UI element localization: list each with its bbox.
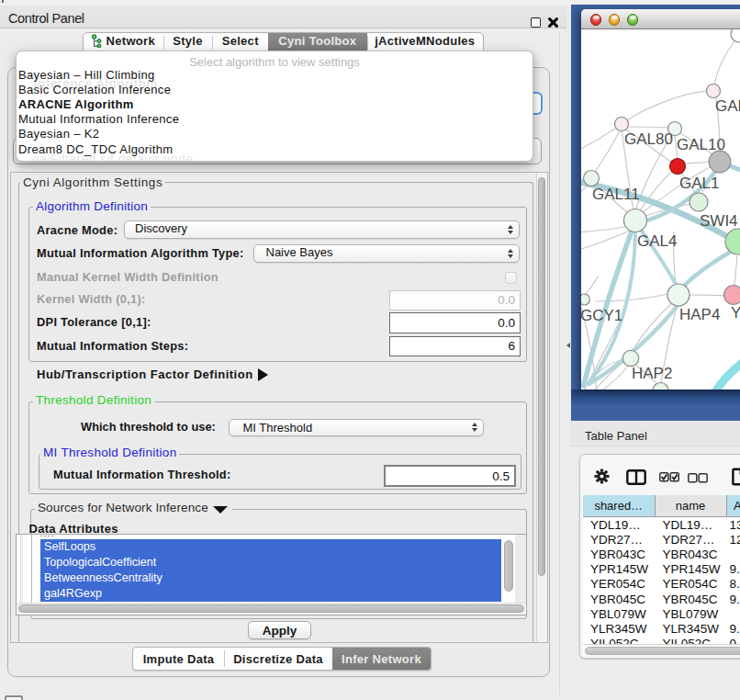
zoom-traffic-light-icon[interactable] — [627, 14, 639, 26]
table-cell[interactable]: YBR045C — [656, 593, 727, 607]
table-cell[interactable]: YIL052C — [656, 637, 727, 644]
table-cell[interactable]: YBR043C — [583, 548, 656, 562]
tab-select[interactable]: Select — [212, 33, 268, 52]
manual-kernel-checkbox[interactable] — [505, 272, 517, 284]
attribute-item[interactable]: SelfLoops — [44, 539, 95, 555]
which-threshold-combo[interactable]: MI Threshold — [229, 419, 484, 437]
apply-button[interactable]: Apply — [248, 621, 311, 639]
tab-jactivemnodules[interactable]: jActiveMNodules — [367, 33, 483, 52]
network-node-gcy1[interactable] — [581, 294, 590, 305]
popup-item[interactable]: ARACNE Algorithm — [18, 97, 134, 112]
network-edge[interactable] — [685, 162, 711, 164]
gear-icon[interactable] — [594, 469, 610, 484]
network-edge[interactable] — [628, 127, 668, 128]
close-icon[interactable] — [548, 17, 558, 28]
column-header-name[interactable]: name — [656, 495, 727, 517]
network-edge[interactable] — [595, 130, 620, 172]
network-edge[interactable] — [633, 303, 672, 350]
table-cell[interactable]: 9. — [727, 593, 740, 607]
network-edge[interactable] — [581, 129, 615, 156]
table-cell[interactable]: 9. — [727, 622, 740, 637]
unchecked-boxes-icon[interactable] — [688, 473, 708, 483]
document-icon[interactable] — [731, 468, 740, 486]
network-node[interactable] — [731, 29, 740, 42]
network-edge[interactable] — [714, 41, 734, 85]
network-edge[interactable] — [584, 276, 599, 297]
network-node[interactable] — [709, 151, 731, 173]
network-edge[interactable] — [581, 186, 588, 202]
table-cell[interactable]: 9. — [727, 562, 740, 577]
table-hscrollbar-track[interactable] — [583, 644, 740, 655]
table-cell[interactable]: YBL079W — [583, 607, 656, 622]
tab-network[interactable]: Network — [84, 33, 163, 52]
table-cell[interactable]: YER054C — [656, 577, 727, 592]
attributes-vscrollbar-thumb[interactable] — [504, 540, 513, 592]
bottom-tab-impute-data[interactable]: Impute Data — [133, 648, 224, 670]
bottom-tab-discretize-data[interactable]: Discretize Data — [224, 648, 332, 670]
network-node-gal1[interactable] — [670, 159, 686, 175]
attributes-hscrollbar-thumb[interactable] — [18, 604, 524, 613]
mi-type-combo[interactable]: Naive Bayes — [253, 244, 520, 263]
table-cell[interactable]: 0. — [727, 637, 740, 644]
network-edge[interactable] — [690, 295, 726, 296]
table-cell[interactable]: YER054C — [583, 577, 656, 592]
split-divider[interactable] — [559, 33, 560, 694]
popup-item[interactable]: Basic Correlation Inference — [18, 83, 171, 97]
sources-collapse-arrow-icon[interactable] — [213, 506, 228, 514]
network-node-gal4[interactable] — [624, 209, 647, 232]
table-cell[interactable]: 8. — [727, 577, 740, 592]
table-cell[interactable]: YPR145W — [583, 562, 656, 577]
network-node-swi4[interactable] — [690, 193, 708, 211]
column-header-third[interactable]: A — [727, 495, 740, 517]
network-canvas[interactable]: GALGAL80GAL10GAL1GAL11SWI4GAL4GCY1HAP4YH… — [581, 29, 740, 390]
table-cell[interactable]: YDL19… — [656, 518, 727, 533]
attribute-item[interactable]: TopologicalCoefficient — [44, 555, 156, 570]
hub-definition-label[interactable]: Hub/Transcription Factor Definition — [37, 367, 253, 381]
table-rows[interactable]: YDL19…YDL19…13.YDR27…YDR27…12.YBR043CYBR… — [583, 517, 740, 645]
network-node-hap4[interactable] — [667, 284, 690, 306]
attribute-item[interactable]: BetweennessCentrality — [44, 570, 163, 586]
bottom-left-button[interactable] — [5, 695, 23, 700]
network-node[interactable] — [653, 383, 668, 390]
sources-group-title[interactable]: Sources for Network Inference — [35, 501, 232, 514]
close-traffic-light-icon[interactable] — [590, 14, 602, 26]
popup-item[interactable]: Dream8 DC_TDC Algorithm — [18, 142, 173, 157]
network-edge-weighted[interactable] — [715, 360, 740, 390]
mi-threshold-field[interactable]: 0.5 — [384, 465, 516, 487]
table-cell[interactable]: YIL052C — [583, 637, 656, 644]
bottom-tab-infer-network[interactable]: Infer Network — [332, 648, 431, 670]
columns-icon[interactable] — [626, 469, 646, 485]
float-window-icon[interactable] — [531, 17, 541, 28]
divider-collapse-icon[interactable] — [566, 343, 570, 348]
table-cell[interactable]: YBR043C — [656, 548, 727, 562]
popup-item[interactable]: Bayesian – K2 — [18, 127, 99, 141]
network-node-gal80[interactable] — [615, 118, 629, 131]
mi-steps-field[interactable]: 6 — [389, 336, 521, 357]
popup-item[interactable]: Bayesian – Hill Climbing — [18, 68, 155, 83]
checked-boxes-icon[interactable] — [659, 472, 679, 482]
table-cell[interactable]: YBR045C — [583, 593, 656, 607]
network-node[interactable] — [725, 229, 740, 254]
network-edge[interactable] — [734, 255, 737, 285]
tab-style[interactable]: Style — [163, 33, 213, 52]
table-cell[interactable]: YBL079W — [656, 607, 727, 622]
table-cell[interactable]: 12. — [727, 533, 740, 548]
table-hscrollbar-thumb[interactable] — [585, 647, 740, 655]
tab-cyni-toolbox[interactable]: Cyni Toolbox — [268, 33, 367, 52]
popup-item[interactable]: Mutual Information Inference — [18, 112, 179, 127]
kernel-width-field[interactable]: 0.0 — [389, 290, 521, 310]
network-node-gal[interactable] — [707, 85, 721, 98]
hub-expand-arrow-icon[interactable] — [258, 368, 268, 381]
attribute-item[interactable]: gal4RGexp — [44, 586, 102, 602]
settings-scrollbar-thumb[interactable] — [538, 177, 545, 576]
table-cell[interactable]: YDL19… — [583, 518, 656, 533]
table-cell[interactable]: YDR27… — [583, 533, 656, 548]
network-edge-weighted[interactable] — [681, 250, 734, 289]
table-cell[interactable]: YPR145W — [656, 562, 727, 577]
dpi-tolerance-field[interactable]: 0.0 — [389, 312, 521, 333]
column-header-shared[interactable]: shared… — [583, 495, 656, 517]
table-cell[interactable]: YLR345W — [583, 622, 656, 637]
network-edge[interactable] — [581, 226, 630, 233]
minimize-traffic-light-icon[interactable] — [609, 14, 621, 26]
table-cell[interactable]: 13. — [727, 518, 740, 533]
